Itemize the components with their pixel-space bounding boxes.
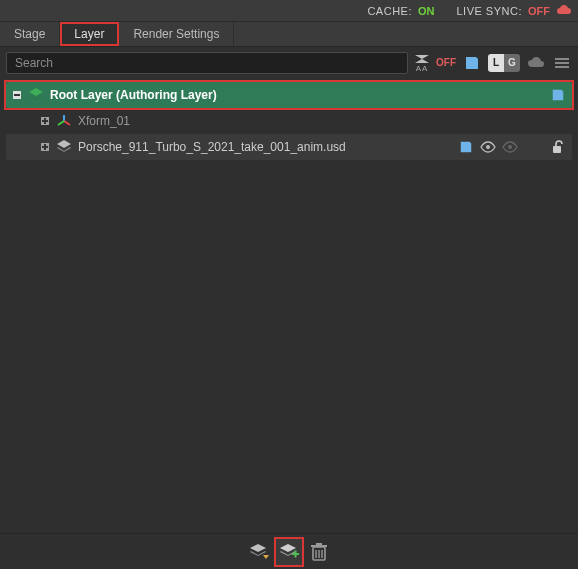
tab-render-settings[interactable]: Render Settings: [119, 22, 234, 46]
layers-icon: [56, 139, 72, 155]
tab-bar: Stage Layer Render Settings: [0, 22, 578, 46]
delete-layer-button[interactable]: [306, 539, 332, 565]
xform-label: Xform_01: [78, 114, 130, 128]
root-layer-label: Root Layer (Authoring Layer): [50, 88, 217, 102]
options-menu-icon[interactable]: [552, 53, 572, 73]
save-icon[interactable]: [550, 87, 566, 103]
expand-icon[interactable]: [40, 142, 50, 152]
local-global-toggle[interactable]: L G: [488, 54, 520, 72]
collapse-icon[interactable]: [12, 90, 22, 100]
tree-item-porsche[interactable]: Porsche_911_Turbo_S_2021_take_001_anim.u…: [6, 134, 572, 160]
xform-axis-icon: [56, 113, 72, 129]
livesync-label: LIVE SYNC:: [456, 5, 522, 17]
tree-empty-area: [6, 160, 572, 527]
tree-root-layer[interactable]: Root Layer (Authoring Layer): [6, 82, 572, 108]
filter-off-label: OFF: [436, 57, 456, 68]
layer-tree: Root Layer (Authoring Layer) Xform_01: [0, 78, 578, 533]
livesync-status: OFF: [528, 5, 550, 17]
layer-toolbar: AA OFF L G: [0, 46, 578, 78]
svg-rect-10: [316, 543, 322, 545]
import-layer-button[interactable]: [246, 539, 272, 565]
porsche-label: Porsche_911_Turbo_S_2021_take_001_anim.u…: [78, 140, 346, 154]
create-sublayer-button[interactable]: [276, 539, 302, 565]
svg-rect-7: [295, 550, 297, 557]
cache-status: ON: [418, 5, 435, 17]
cloud-icon[interactable]: [526, 53, 546, 73]
authoring-filter[interactable]: AA: [414, 53, 430, 73]
status-bar: CACHE: ON LIVE SYNC: OFF: [0, 0, 578, 22]
lock-open-icon[interactable]: [550, 139, 566, 155]
tab-layer[interactable]: Layer: [60, 22, 119, 46]
search-wrap: [6, 52, 408, 74]
cache-label: CACHE:: [367, 5, 412, 17]
cloud-sync-icon[interactable]: [556, 5, 572, 17]
save-all-button[interactable]: [462, 53, 482, 73]
tab-stage[interactable]: Stage: [0, 22, 60, 46]
svg-line-2: [58, 121, 64, 125]
svg-rect-9: [311, 545, 327, 547]
eye-visible-icon[interactable]: [480, 139, 496, 155]
tree-item-xform[interactable]: Xform_01: [6, 108, 572, 134]
svg-point-3: [486, 145, 490, 149]
save-icon[interactable]: [458, 139, 474, 155]
expand-icon[interactable]: [40, 116, 50, 126]
bottom-toolbar: [0, 533, 578, 569]
svg-line-1: [64, 121, 70, 125]
eye-dim-icon[interactable]: [502, 139, 518, 155]
search-input[interactable]: [6, 52, 408, 74]
svg-rect-5: [553, 146, 561, 153]
layers-icon: [28, 87, 44, 103]
svg-point-4: [508, 145, 512, 149]
